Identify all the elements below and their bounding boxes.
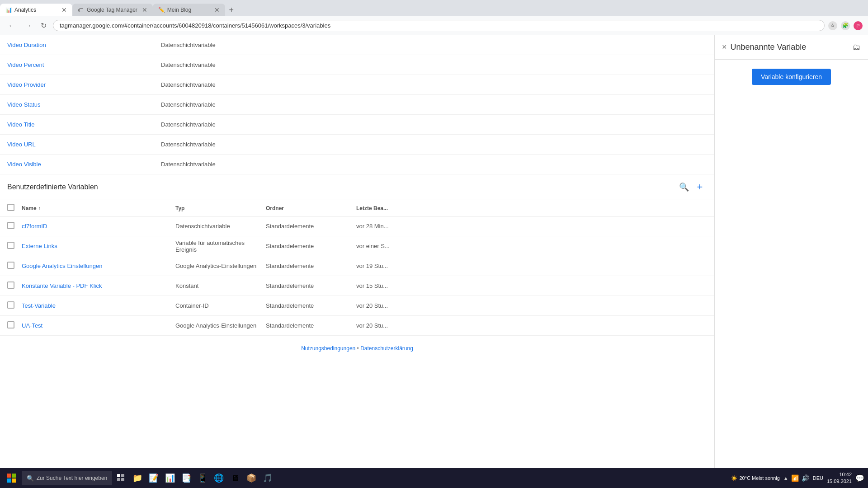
builtin-name-video-percent[interactable]: Video Percent — [7, 61, 161, 68]
search-taskbar-icon[interactable]: 🔍 Zur Suche Text hier eingeben — [22, 471, 112, 485]
tray-icons[interactable]: ▲ — [783, 475, 788, 481]
url-input[interactable] — [53, 20, 825, 31]
custom-row-cf7formid: cf7formID Datenschichtvariable Standarde… — [0, 216, 714, 236]
select-konstante[interactable] — [7, 282, 14, 289]
configure-variable-button[interactable]: Variable konfigurieren — [752, 69, 831, 85]
back-button[interactable]: ← — [5, 21, 18, 31]
notification-icon[interactable]: 💬 — [855, 474, 864, 483]
builtin-name-video-visible[interactable]: Video Visible — [7, 161, 161, 168]
taskbar-search-placeholder: Zur Suche Text hier eingeben — [37, 475, 108, 481]
reload-button[interactable]: ↻ — [38, 20, 49, 31]
select-cf7formid[interactable] — [7, 222, 14, 229]
svg-rect-5 — [121, 474, 124, 477]
builtin-row-video-provider[interactable]: Video Provider Datenschichtvariable — [0, 75, 714, 95]
folder-icon[interactable]: 🗂 — [853, 42, 861, 52]
link-ga-einstellungen[interactable]: Google Analytics Einstellungen — [22, 263, 103, 269]
start-button[interactable] — [4, 470, 20, 486]
svg-rect-7 — [121, 478, 124, 481]
chrome-icon[interactable]: 🌐 — [212, 471, 226, 485]
type-ua-test: Google Analytics-Einstellungen — [175, 322, 266, 329]
select-all-checkbox[interactable] — [7, 204, 14, 211]
time-cf7formid: vor 28 Min... — [356, 223, 389, 230]
blog-favicon: ✏️ — [158, 7, 165, 13]
link-test-variable[interactable]: Test-Variable — [22, 302, 56, 309]
search-icon[interactable]: 🔍 — [679, 182, 689, 192]
excel-icon[interactable]: 📊 — [163, 471, 177, 485]
builtin-row-video-duration[interactable]: Video Duration Datenschichtvariable — [0, 35, 714, 55]
builtin-name-video-url[interactable]: Video URL — [7, 141, 161, 148]
tab-analytics-close[interactable]: ✕ — [61, 6, 67, 14]
time-konstante: vor 15 Stu... — [356, 282, 388, 289]
network-icon[interactable]: 📶 — [791, 474, 799, 482]
builtin-type-video-title: Datenschichtvariable — [161, 121, 216, 128]
profile-icon[interactable]: P — [854, 21, 863, 30]
builtin-type-video-status: Datenschichtvariable — [161, 101, 216, 108]
checkbox-ua-test — [7, 321, 22, 330]
tab-analytics[interactable]: 📊 Analytics ✕ — [0, 4, 72, 16]
builtin-row-video-url[interactable]: Video URL Datenschichtvariable — [0, 135, 714, 155]
tab-gtm[interactable]: 🏷 Google Tag Manager ✕ — [72, 4, 153, 16]
folder-cf7formid: Standardelemente — [266, 223, 356, 230]
clock-date: 15.09.2021 — [827, 478, 852, 485]
extensions-icon[interactable]: 🧩 — [841, 21, 850, 30]
checkbox-ga-einstellungen — [7, 262, 22, 270]
name-externe-links: Externe Links — [22, 243, 175, 249]
link-ua-test[interactable]: UA-Test — [22, 322, 42, 329]
right-panel-close-button[interactable]: × — [722, 42, 727, 52]
link-cf7formid[interactable]: cf7formID — [22, 223, 47, 230]
system-tray: ▲ 📶 🔊 — [783, 474, 809, 482]
ppt-icon[interactable]: 📑 — [179, 471, 193, 485]
add-variable-button[interactable]: + — [693, 180, 707, 194]
link-konstante[interactable]: Konstante Variable - PDF Klick — [22, 282, 102, 289]
language-indicator: DEU — [813, 475, 823, 481]
header-time-col: Letzte Bea... — [356, 205, 388, 211]
taskbar-clock[interactable]: 10:42 15.09.2021 — [827, 471, 852, 485]
checkbox-konstante — [7, 282, 22, 290]
folder-konstante: Standardelemente — [266, 282, 356, 289]
explorer-icon[interactable]: 📁 — [130, 471, 145, 485]
sound-icon[interactable]: 🔊 — [802, 474, 809, 482]
builtin-name-video-provider[interactable]: Video Provider — [7, 81, 161, 88]
app5-icon[interactable]: 📱 — [195, 471, 210, 485]
select-ua-test[interactable] — [7, 321, 14, 328]
right-panel-header: × Unbenannte Variable 🗂 — [715, 35, 868, 60]
forward-button[interactable]: → — [22, 21, 34, 31]
builtin-name-video-status[interactable]: Video Status — [7, 101, 161, 108]
tab-blog-close[interactable]: ✕ — [214, 6, 220, 14]
select-test-variable[interactable] — [7, 301, 14, 309]
word-icon[interactable]: 📝 — [146, 471, 161, 485]
tab-blog[interactable]: ✏️ Mein Blog ✕ — [153, 4, 225, 16]
builtin-row-video-title[interactable]: Video Title Datenschichtvariable — [0, 115, 714, 135]
builtin-name-video-duration[interactable]: Video Duration — [7, 42, 161, 48]
select-ga-einstellungen[interactable] — [7, 262, 14, 269]
browser-chrome: 📊 Analytics ✕ 🏷 Google Tag Manager ✕ ✏️ … — [0, 0, 868, 35]
terms-link[interactable]: Nutzungsbedingungen — [301, 345, 355, 352]
privacy-link[interactable]: Datenschutzerklärung — [360, 345, 413, 352]
link-externe-links[interactable]: Externe Links — [22, 243, 57, 249]
builtin-row-video-percent[interactable]: Video Percent Datenschichtvariable — [0, 55, 714, 75]
builtin-name-video-title[interactable]: Video Title — [7, 121, 161, 128]
sort-arrow-icon[interactable]: ↑ — [38, 206, 41, 211]
builtin-row-video-status[interactable]: Video Status Datenschichtvariable — [0, 95, 714, 115]
bookmark-icon[interactable]: ☆ — [828, 21, 837, 30]
app7-icon[interactable]: 📦 — [244, 471, 259, 485]
builtin-type-video-duration: Datenschichtvariable — [161, 42, 216, 48]
checkbox-cf7formid — [7, 222, 22, 230]
svg-rect-3 — [12, 479, 16, 483]
app8-icon[interactable]: 🎵 — [260, 471, 275, 485]
select-externe-links[interactable] — [7, 242, 14, 249]
folder-ua-test: Standardelemente — [266, 322, 356, 329]
new-tab-button[interactable]: + — [225, 4, 238, 16]
time-test-variable: vor 20 Stu... — [356, 302, 388, 309]
taskbar: 🔍 Zur Suche Text hier eingeben 📁 📝 📊 📑 📱… — [0, 468, 868, 488]
header-folder-col: Ordner — [266, 205, 356, 211]
weather-icon: ☀️ — [731, 475, 737, 481]
taskbar-right: ☀️ 20°C Meist sonnig ▲ 📶 🔊 DEU 10:42 15.… — [731, 471, 864, 485]
folder-ga-einstellungen: Standardelemente — [266, 263, 356, 269]
builtin-row-video-visible[interactable]: Video Visible Datenschichtvariable — [0, 155, 714, 174]
tab-gtm-close[interactable]: ✕ — [142, 6, 147, 14]
analytics-favicon: 📊 — [5, 7, 12, 13]
header-name-col[interactable]: Name ↑ — [22, 205, 175, 211]
app6-icon[interactable]: 🖥 — [228, 471, 242, 485]
taskview-icon[interactable] — [114, 471, 128, 485]
